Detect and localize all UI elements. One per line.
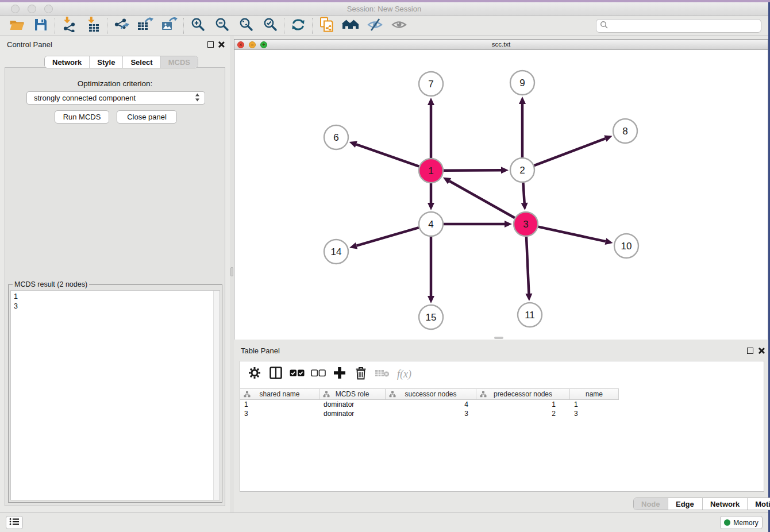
edge-arrowhead-2-8 <box>604 136 612 142</box>
criterion-dropdown[interactable]: strongly connected component <box>26 91 205 105</box>
edge-2-8[interactable] <box>534 138 606 165</box>
unselect-all-button[interactable] <box>307 365 329 383</box>
toolbar-divider <box>107 18 107 34</box>
clone-network-icon <box>319 17 334 34</box>
cell-successor-nodes[interactable]: 4 <box>386 400 476 410</box>
zoom-selected-icon <box>263 17 278 34</box>
cell-successor-nodes[interactable]: 3 <box>386 410 476 419</box>
tab-select[interactable]: Select <box>122 56 160 68</box>
network-canvas[interactable]: 7968124314101511 <box>234 50 768 340</box>
save-session-button[interactable] <box>29 17 53 34</box>
table-settings-button[interactable] <box>244 365 265 383</box>
search-field[interactable] <box>596 19 761 33</box>
function-builder-button[interactable]: f(x) <box>392 365 414 383</box>
close-panel-icon[interactable] <box>217 41 225 48</box>
node-table-container: f(x) shared nameMCDS rolesuccessor nodes… <box>240 361 764 492</box>
export-image-button[interactable] <box>157 17 182 34</box>
show-columns-button[interactable] <box>265 365 286 383</box>
column-header-name[interactable]: name <box>570 389 619 399</box>
table-tab-node-table[interactable]: Node Table <box>634 498 668 510</box>
tab-style[interactable]: Style <box>89 56 122 68</box>
checked-boxes-icon <box>290 369 305 379</box>
column-label: shared name <box>259 390 299 398</box>
export-network-button[interactable] <box>109 17 133 34</box>
search-input[interactable] <box>611 22 757 30</box>
table-tab-motifs[interactable]: Motifs <box>747 498 770 510</box>
close-table-panel-icon[interactable] <box>757 347 765 354</box>
eye-button[interactable] <box>387 17 411 34</box>
select-all-button[interactable] <box>286 365 307 383</box>
houses-button[interactable] <box>338 17 363 34</box>
edge-arrowhead-1-4 <box>428 203 434 210</box>
edge-3-10[interactable] <box>538 227 605 241</box>
memory-status-icon <box>724 519 730 526</box>
edge-arrowhead-3-11 <box>525 294 532 301</box>
import-network-button[interactable] <box>57 17 81 34</box>
import-network-icon <box>61 17 76 34</box>
open-session-button[interactable] <box>5 17 29 34</box>
zoom-out-button[interactable] <box>210 17 234 34</box>
column-header-MCDS-role[interactable]: MCDS role <box>319 389 386 399</box>
cell-predecessor-nodes[interactable]: 1 <box>476 400 570 410</box>
edge-2-3[interactable] <box>523 183 524 203</box>
control-panel-title: Control Panel <box>7 40 52 49</box>
edge-1-2[interactable] <box>444 170 501 171</box>
table-body: 1dominator4113dominator323 <box>240 400 619 419</box>
cell-predecessor-nodes[interactable]: 2 <box>476 410 570 419</box>
splitter-grip[interactable] <box>230 267 233 276</box>
table-tab-network-table[interactable]: Network Table <box>702 498 747 510</box>
mcds-result-area[interactable]: 1 3 <box>10 290 220 500</box>
delete-column-button[interactable] <box>350 365 371 383</box>
column-header-successor-nodes[interactable]: successor nodes <box>386 389 476 399</box>
node-label-10: 10 <box>621 241 632 252</box>
network-view-window: × − + scc.txt 7968124314101511 <box>234 39 768 340</box>
control-panel: Control Panel NetworkStyleSelectMCDS Opt… <box>0 36 230 512</box>
trash-icon <box>355 367 367 382</box>
cell-name[interactable]: 3 <box>570 410 619 419</box>
table-row-0[interactable]: 1dominator411 <box>240 400 619 410</box>
float-table-panel-icon[interactable] <box>747 348 753 354</box>
memory-button[interactable]: Memory <box>720 516 763 529</box>
add-column-button[interactable] <box>329 365 350 383</box>
table-delete-icon <box>375 368 390 380</box>
cell-MCDS-role[interactable]: dominator <box>319 400 386 410</box>
zoom-in-button[interactable] <box>186 17 210 34</box>
edge-1-6[interactable] <box>356 144 419 166</box>
export-table-button[interactable] <box>133 17 157 34</box>
window-top-accent <box>0 0 770 2</box>
close-panel-button[interactable]: Close panel <box>117 110 177 124</box>
columns-icon <box>270 367 282 381</box>
edge-4-14[interactable] <box>357 228 419 246</box>
network-window-title: scc.txt <box>234 41 768 48</box>
tab-mcds[interactable]: MCDS <box>160 56 198 68</box>
panel-splitter[interactable] <box>230 36 234 512</box>
delete-table-button[interactable] <box>371 365 392 383</box>
edge-3-11[interactable] <box>526 237 529 294</box>
task-history-button[interactable] <box>6 516 23 529</box>
cell-shared-name[interactable]: 1 <box>240 400 319 410</box>
column-header-shared-name[interactable]: shared name <box>240 389 319 399</box>
edge-3-1[interactable] <box>449 181 515 218</box>
table-row-1[interactable]: 3dominator323 <box>240 410 619 419</box>
control-panel-tabs: NetworkStyleSelectMCDS <box>44 56 198 68</box>
cell-MCDS-role[interactable]: dominator <box>319 410 386 419</box>
tab-network[interactable]: Network <box>45 56 89 68</box>
zoom-selected-button[interactable] <box>258 17 282 34</box>
eye-slash-button[interactable] <box>363 17 387 34</box>
zoom-fit-button[interactable] <box>234 17 258 34</box>
toolbar-divider <box>312 18 313 34</box>
import-table-button[interactable] <box>81 17 105 34</box>
cell-shared-name[interactable]: 3 <box>240 410 319 419</box>
canvas-hscroll-thumb[interactable] <box>494 337 503 339</box>
refresh-button[interactable] <box>286 17 310 34</box>
network-window-titlebar[interactable]: × − + scc.txt <box>234 40 768 50</box>
clone-network-button[interactable] <box>314 17 338 34</box>
result-scrollbar[interactable] <box>213 291 220 500</box>
edge-arrowhead-2-3 <box>521 203 528 210</box>
run-mcds-button[interactable]: Run MCDS <box>55 110 109 124</box>
cell-name[interactable]: 1 <box>570 400 619 410</box>
table-tab-edge-table[interactable]: Edge Table <box>668 498 702 510</box>
edge-arrowhead-3-10 <box>605 238 613 245</box>
float-panel-icon[interactable] <box>207 41 214 48</box>
column-header-predecessor-nodes[interactable]: predecessor nodes <box>476 389 570 399</box>
